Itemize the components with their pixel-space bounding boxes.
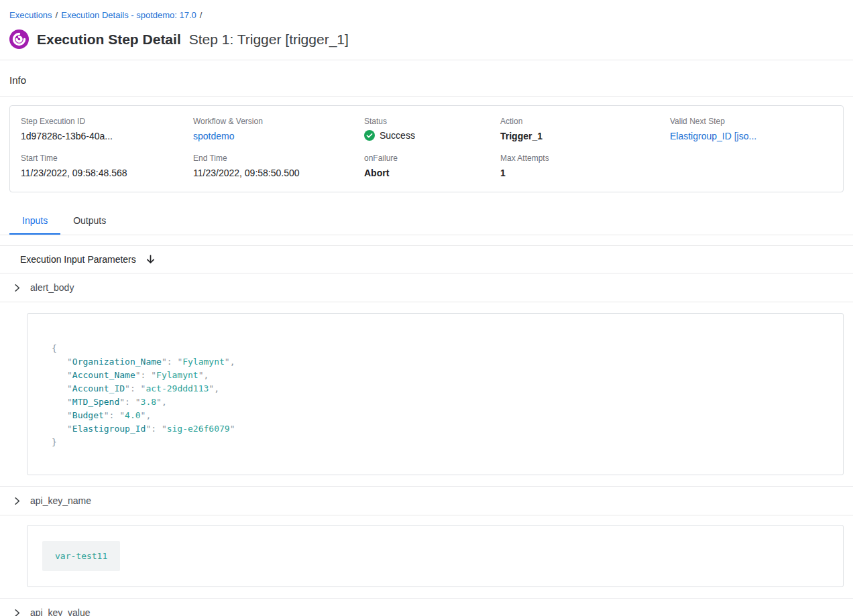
param-row-api-key-name[interactable]: api_key_name (0, 487, 853, 515)
inputs-outputs-tabs: Inputs Outputs (0, 208, 853, 235)
code-line: { (52, 342, 819, 355)
field-label: Valid Next Step (670, 117, 832, 126)
json-code: {"Organization_Name": "Fylamynt","Accoun… (27, 313, 844, 475)
success-check-icon (364, 130, 375, 141)
divider (0, 96, 853, 97)
execution-input-parameters-header: Execution Input Parameters (0, 246, 853, 273)
info-field-valid-next-step: Valid Next Step Elastigroup_ID [jso... (670, 117, 832, 141)
page-title: Execution Step Detail (37, 32, 181, 48)
chevron-right-icon[interactable] (13, 609, 21, 616)
params-header-label: Execution Input Parameters (20, 254, 136, 265)
spacer (0, 235, 853, 245)
info-field-step-execution-id: Step Execution ID 1d97828c-13b6-40a... (21, 117, 193, 141)
page-subtitle: Step 1: Trigger [trigger_1] (189, 32, 349, 48)
breadcrumb: Executions/Execution Details - spotdemo:… (0, 0, 853, 23)
api-key-name-value-box: var-test11 (27, 525, 844, 587)
field-label: Step Execution ID (21, 117, 193, 126)
field-value: Trigger_1 (500, 131, 670, 141)
field-label: Status (364, 117, 500, 126)
field-value: 1d97828c-13b6-40a... (21, 131, 193, 141)
info-field-start-time: Start Time 11/23/2022, 09:58:48.568 (21, 153, 193, 178)
field-label: End Time (193, 153, 364, 163)
param-name: api_key_name (30, 495, 91, 506)
info-field-end-time: End Time 11/23/2022, 09:58:50.500 (193, 153, 364, 178)
field-label: Workflow & Version (193, 117, 364, 126)
divider (0, 302, 853, 302)
code-line: "Organization_Name": "Fylamynt", (52, 355, 819, 369)
field-value: 11/23/2022, 09:58:48.568 (21, 168, 193, 178)
api-key-name-value: var-test11 (42, 541, 120, 571)
breadcrumb-link-executions[interactable]: Executions (9, 10, 52, 20)
param-name: api_key_value (30, 607, 91, 616)
code-line: "MTD_Spend": "3.8", (52, 395, 819, 409)
workflow-link[interactable]: spotdemo (193, 131, 364, 141)
info-card: Step Execution ID 1d97828c-13b6-40a... W… (9, 105, 844, 192)
field-label: Action (500, 117, 670, 126)
field-label: Start Time (21, 153, 193, 163)
valid-next-step-link[interactable]: Elastigroup_ID [jso... (670, 131, 832, 141)
breadcrumb-separator: / (200, 10, 203, 20)
param-row-api-key-value[interactable]: api_key_value (0, 599, 853, 616)
field-label: onFailure (364, 153, 500, 163)
code-line: "Account_ID": "act-29ddd113", (52, 382, 819, 395)
chevron-right-icon[interactable] (13, 284, 21, 292)
status-badge: Success (364, 130, 500, 141)
divider (0, 515, 853, 515)
field-value: 11/23/2022, 09:58:50.500 (193, 168, 364, 178)
breadcrumb-separator: / (56, 10, 58, 20)
info-field-status: Status Success (364, 117, 500, 141)
info-field-onfailure: onFailure Abort (364, 153, 500, 178)
workflow-logo-icon (9, 29, 29, 49)
chevron-right-icon[interactable] (13, 497, 21, 505)
page-header: Execution Step Detail Step 1: Trigger [t… (0, 23, 853, 60)
code-line: "Account_Name": "Fylamynt", (52, 369, 819, 382)
info-field-action: Action Trigger_1 (500, 117, 670, 141)
collapse-all-arrow-icon[interactable] (146, 254, 156, 265)
status-text: Success (380, 130, 415, 141)
execution-step-detail-page: Executions/Execution Details - spotdemo:… (0, 0, 853, 616)
field-label: Max Attempts (500, 153, 670, 163)
info-field-workflow-version: Workflow & Version spotdemo (193, 117, 364, 141)
param-name: alert_body (30, 282, 74, 293)
code-line: "Budget": "4.0", (52, 409, 819, 422)
tab-outputs[interactable]: Outputs (60, 208, 119, 235)
field-value: 1 (500, 168, 670, 178)
field-value: Abort (364, 168, 500, 178)
info-field-max-attempts: Max Attempts 1 (500, 153, 670, 178)
breadcrumb-link-execution-details[interactable]: Execution Details - spotdemo: 17.0 (61, 10, 196, 20)
param-row-alert-body[interactable]: alert_body (0, 273, 853, 302)
code-line: "Elastigroup_Id": "sig-e26f6079" (52, 422, 819, 436)
code-line: } (52, 436, 819, 449)
tab-inputs[interactable]: Inputs (9, 208, 60, 235)
info-section-heading: Info (0, 60, 853, 96)
